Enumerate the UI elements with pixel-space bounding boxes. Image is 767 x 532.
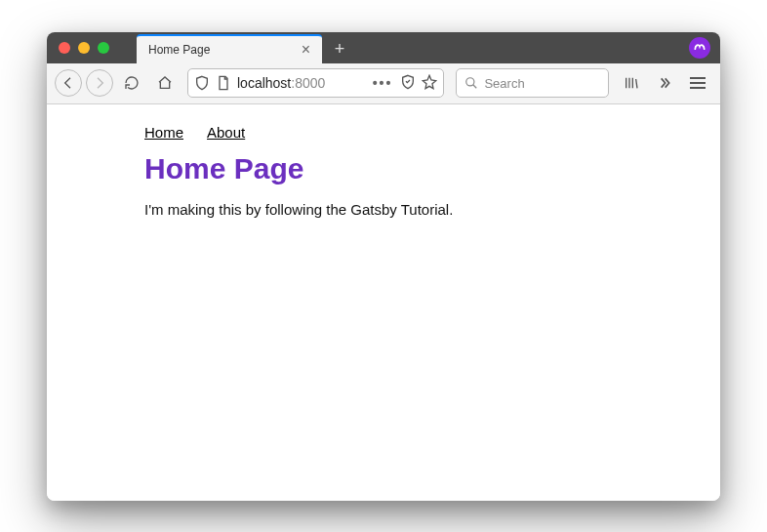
page-actions-icon[interactable]: ••• — [373, 75, 393, 91]
overflow-icon[interactable] — [650, 68, 679, 98]
new-tab-button[interactable]: + — [326, 36, 353, 63]
tab-strip: Home Page × + — [137, 32, 689, 63]
shield-icon[interactable] — [194, 75, 210, 91]
search-icon — [464, 76, 478, 90]
nav-link-home[interactable]: Home — [144, 124, 183, 141]
menu-button[interactable] — [683, 68, 712, 98]
search-bar[interactable]: Search — [456, 68, 609, 98]
url-bar[interactable]: localhost:8000 ••• — [187, 68, 444, 98]
minimize-window-button[interactable] — [78, 42, 90, 54]
svg-point-0 — [466, 78, 474, 86]
url-text: localhost:8000 — [237, 75, 367, 91]
page-icon — [216, 75, 231, 91]
toolbar: localhost:8000 ••• Search — [47, 63, 720, 104]
page-title: Home Page — [144, 152, 720, 185]
page-body: I'm making this by following the Gatsby … — [144, 201, 720, 218]
library-icon[interactable] — [617, 68, 646, 98]
nav-link-about[interactable]: About — [207, 124, 245, 141]
url-port: :8000 — [291, 75, 325, 91]
home-button[interactable] — [150, 68, 180, 98]
bookmark-icon[interactable] — [422, 74, 437, 93]
reader-mode-icon[interactable] — [400, 74, 416, 93]
back-button[interactable] — [55, 69, 82, 97]
window-controls — [47, 42, 109, 54]
site-nav: Home About — [144, 124, 720, 141]
forward-button[interactable] — [86, 69, 113, 97]
extension-icon[interactable] — [689, 37, 710, 59]
url-host: localhost — [237, 75, 291, 91]
maximize-window-button[interactable] — [98, 42, 109, 54]
titlebar: Home Page × + — [47, 32, 720, 63]
close-tab-icon[interactable]: × — [298, 42, 314, 58]
page-content: Home About Home Page I'm making this by … — [47, 104, 720, 501]
tab-title: Home Page — [148, 43, 210, 57]
browser-window: Home Page × + — [47, 32, 720, 501]
hamburger-icon — [690, 77, 706, 89]
search-placeholder: Search — [484, 76, 524, 91]
close-window-button[interactable] — [59, 42, 70, 54]
reload-button[interactable] — [117, 68, 146, 98]
browser-tab[interactable]: Home Page × — [137, 34, 322, 63]
